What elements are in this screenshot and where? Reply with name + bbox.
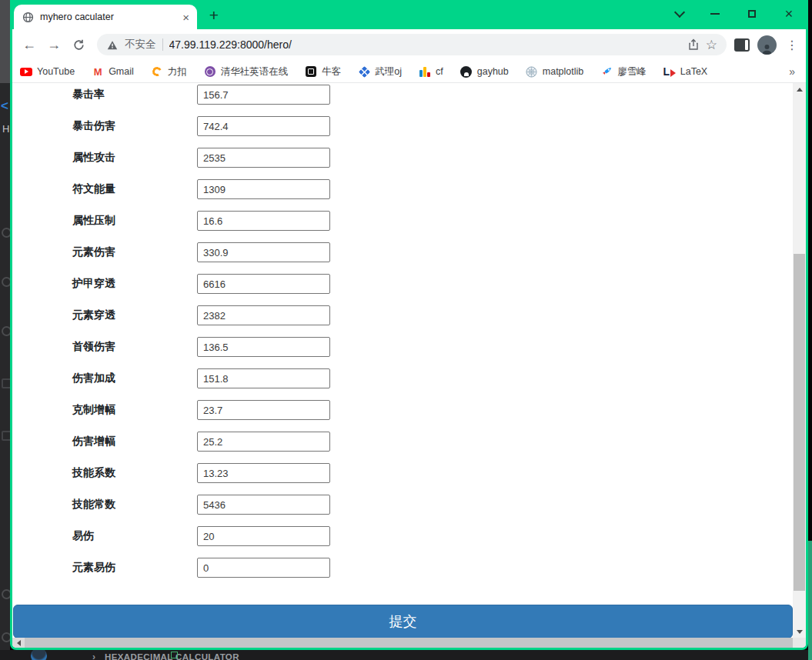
form-row: 元素穿透 bbox=[12, 305, 793, 337]
latex-icon: L bbox=[663, 65, 676, 78]
form-row: 元素易伤 bbox=[12, 558, 793, 589]
new-tab-button[interactable]: + bbox=[203, 5, 225, 26]
tab-close-icon[interactable]: × bbox=[182, 12, 189, 23]
tsinghua-icon bbox=[204, 65, 216, 78]
form-row: 符文能量 bbox=[12, 179, 793, 211]
scroll-down-icon[interactable] bbox=[793, 625, 806, 638]
field-input[interactable] bbox=[197, 368, 330, 388]
field-input[interactable] bbox=[197, 432, 330, 452]
field-input[interactable] bbox=[197, 463, 330, 483]
security-label[interactable]: 不安全 bbox=[125, 38, 156, 52]
page-content: 暴击率 暴击伤害 属性攻击 符文能量 属性压制 元素伤害 护甲穿透 元素穿透 首… bbox=[12, 83, 806, 638]
browser-window: myhero caculater × + × ← → 不安全 47.99.119… bbox=[10, 0, 808, 650]
field-input[interactable] bbox=[197, 495, 330, 515]
not-secure-warning-icon[interactable] bbox=[106, 38, 119, 51]
field-label: 技能常数 bbox=[72, 498, 115, 512]
bookmark-codeforces[interactable]: cf bbox=[419, 65, 443, 78]
field-label: 易伤 bbox=[72, 529, 94, 543]
matplotlib-icon bbox=[526, 65, 538, 78]
side-panel-icon[interactable] bbox=[734, 38, 750, 52]
field-label: 伤害增幅 bbox=[72, 435, 115, 448]
field-label: 伤害加成 bbox=[72, 372, 115, 385]
bookmarks-overflow-icon[interactable]: » bbox=[789, 65, 795, 78]
field-input[interactable] bbox=[197, 274, 330, 294]
window-close-button[interactable]: × bbox=[777, 0, 800, 28]
address-bar[interactable]: 不安全 47.99.119.229:8000/hero/ ☆ bbox=[97, 34, 727, 55]
horizontal-scrollbar[interactable] bbox=[12, 638, 806, 648]
form-row: 属性压制 bbox=[12, 211, 793, 242]
scroll-up-icon[interactable] bbox=[793, 83, 806, 95]
field-input[interactable] bbox=[197, 400, 330, 420]
field-label: 元素易伤 bbox=[72, 561, 115, 575]
bookmark-gmail[interactable]: MGmail bbox=[92, 65, 134, 78]
bookmark-matplotlib[interactable]: matplotlib bbox=[526, 65, 584, 78]
nowcoder-icon bbox=[305, 65, 317, 78]
field-input[interactable] bbox=[197, 148, 330, 168]
form-row: 暴击伤害 bbox=[12, 116, 793, 148]
form-row: 克制增幅 bbox=[12, 400, 793, 432]
share-icon[interactable] bbox=[687, 38, 700, 51]
address-divider bbox=[162, 38, 163, 51]
field-label: 符文能量 bbox=[72, 182, 115, 196]
browser-tab[interactable]: myhero caculater × bbox=[14, 5, 197, 29]
form-row: 元素伤害 bbox=[12, 242, 793, 274]
tab-strip: myhero caculater × + × bbox=[12, 0, 806, 29]
form-row: 技能常数 bbox=[12, 495, 793, 526]
background-app-strip: < H bbox=[0, 0, 10, 660]
background-panel-chevron-icon: › bbox=[92, 652, 95, 660]
window-profile-chevron-icon[interactable] bbox=[668, 0, 691, 28]
field-label: 暴击率 bbox=[72, 88, 105, 102]
submit-button[interactable]: 提交 bbox=[13, 605, 793, 638]
field-input[interactable] bbox=[197, 526, 330, 546]
field-label: 元素伤害 bbox=[72, 245, 115, 259]
form-rows: 暴击率 暴击伤害 属性攻击 符文能量 属性压制 元素伤害 护甲穿透 元素穿透 首… bbox=[12, 85, 793, 589]
background-ring-icon bbox=[2, 277, 10, 287]
form-row: 护甲穿透 bbox=[12, 274, 793, 305]
scroll-left-icon[interactable] bbox=[12, 638, 25, 648]
bookmark-latex[interactable]: LLaTeX bbox=[663, 65, 707, 78]
background-chevron-icon: < bbox=[1, 98, 8, 114]
form-row: 属性攻击 bbox=[12, 148, 793, 179]
globe-favicon-icon bbox=[22, 11, 34, 23]
field-input[interactable] bbox=[197, 305, 330, 325]
vertical-scrollbar[interactable] bbox=[793, 83, 806, 638]
wuli-oj-icon bbox=[358, 65, 370, 78]
field-input[interactable] bbox=[197, 337, 330, 357]
bookmark-github[interactable]: gayhub bbox=[460, 65, 509, 78]
background-ring-icon bbox=[2, 326, 10, 336]
field-input[interactable] bbox=[197, 558, 330, 578]
field-input[interactable] bbox=[197, 179, 330, 199]
window-minimize-button[interactable] bbox=[703, 0, 727, 28]
background-ring-icon bbox=[2, 228, 10, 238]
form-row: 伤害加成 bbox=[12, 368, 793, 400]
field-label: 元素穿透 bbox=[72, 308, 115, 322]
browser-menu-icon[interactable]: ⋮ bbox=[784, 38, 800, 52]
back-icon[interactable]: ← bbox=[18, 34, 40, 55]
field-input[interactable] bbox=[197, 116, 330, 136]
bookmark-wuli-oj[interactable]: 武理oj bbox=[358, 65, 402, 78]
bookmarks-bar: YouTube MGmail 力扣 清华社英语在线 牛客 武理oj cf gay… bbox=[12, 60, 806, 83]
bookmark-liaoxuefeng[interactable]: 廖雪峰 bbox=[600, 65, 647, 78]
form-row: 技能系数 bbox=[12, 463, 793, 495]
bookmark-youtube[interactable]: YouTube bbox=[20, 65, 75, 78]
codeforces-icon bbox=[419, 65, 431, 78]
field-input[interactable] bbox=[197, 85, 330, 105]
background-square-icon bbox=[2, 378, 10, 388]
bookmark-nowcoder[interactable]: 牛客 bbox=[305, 65, 341, 78]
bookmark-star-icon[interactable]: ☆ bbox=[706, 37, 717, 53]
url-text[interactable]: 47.99.119.229:8000/hero/ bbox=[169, 38, 681, 51]
window-maximize-button[interactable] bbox=[740, 0, 764, 28]
reload-icon[interactable] bbox=[68, 34, 89, 55]
form-row: 暴击率 bbox=[12, 85, 793, 116]
bookmark-tsinghua-english[interactable]: 清华社英语在线 bbox=[204, 65, 289, 78]
field-input[interactable] bbox=[197, 242, 330, 262]
profile-avatar[interactable] bbox=[757, 35, 777, 55]
bookmark-leetcode[interactable]: 力扣 bbox=[151, 65, 187, 78]
vertical-scrollbar-thumb[interactable] bbox=[794, 254, 805, 591]
horizontal-scrollbar-thumb[interactable] bbox=[25, 638, 793, 648]
background-letter-glyph: H bbox=[2, 123, 9, 135]
field-label: 技能系数 bbox=[72, 466, 115, 480]
forward-icon[interactable]: → bbox=[43, 34, 65, 55]
field-input[interactable] bbox=[197, 211, 330, 231]
form-row: 易伤 bbox=[12, 526, 793, 558]
